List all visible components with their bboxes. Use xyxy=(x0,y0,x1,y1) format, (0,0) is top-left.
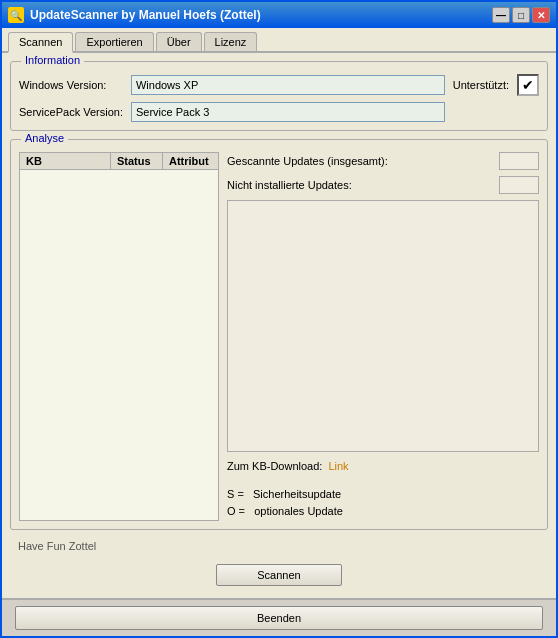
kb-table: KB Status Attribut xyxy=(19,152,219,521)
maximize-button[interactable]: □ xyxy=(512,7,530,23)
not-installed-value xyxy=(499,176,539,194)
unterstuetzt-check: ✔ xyxy=(517,74,539,96)
not-installed-row: Nicht installierte Updates: xyxy=(227,176,539,194)
kb-download-link[interactable]: Link xyxy=(328,460,348,472)
tab-lizenz[interactable]: Lizenz xyxy=(204,32,258,51)
unterstuetzt-label: Unterstützt: xyxy=(453,79,509,91)
not-installed-label: Nicht installierte Updates: xyxy=(227,179,493,191)
main-window: 🔍 UpdateScanner by Manuel Hoefs (Zottel)… xyxy=(0,0,558,638)
kb-download-row: Zum KB-Download: Link xyxy=(227,460,539,472)
window-title: UpdateScanner by Manuel Hoefs (Zottel) xyxy=(30,8,261,22)
info-grid: Windows Version: Unterstützt: ✔ ServiceP… xyxy=(19,74,539,122)
legend-s-desc: Sicherheitsupdate xyxy=(253,488,341,500)
tab-exportieren[interactable]: Exportieren xyxy=(75,32,153,51)
title-bar-buttons: — □ ✕ xyxy=(492,7,550,23)
minimize-button[interactable]: — xyxy=(492,7,510,23)
analyse-group-label: Analyse xyxy=(21,132,68,144)
col-status: Status xyxy=(111,153,163,169)
servicepack-version-input[interactable] xyxy=(131,102,445,122)
scanned-value xyxy=(499,152,539,170)
information-group: Information Windows Version: Unterstützt… xyxy=(10,61,548,131)
legend-line-o: O = optionales Update xyxy=(227,503,539,521)
tab-bar: Scannen Exportieren Über Lizenz xyxy=(2,28,556,53)
kb-table-header: KB Status Attribut xyxy=(20,153,218,170)
legend-o-desc: optionales Update xyxy=(254,505,343,517)
title-bar-left: 🔍 UpdateScanner by Manuel Hoefs (Zottel) xyxy=(8,7,261,23)
col-attribut: Attribut xyxy=(163,153,218,169)
title-bar: 🔍 UpdateScanner by Manuel Hoefs (Zottel)… xyxy=(2,2,556,28)
footer-note-text: Have Fun Zottel xyxy=(18,540,96,552)
detail-box xyxy=(227,200,539,452)
information-group-label: Information xyxy=(21,54,84,66)
analyse-group: Analyse KB Status Attribut Gescannte Upd… xyxy=(10,139,548,530)
analyse-inner: KB Status Attribut Gescannte Updates (in… xyxy=(19,152,539,521)
legend-line-s: S = Sicherheitsupdate xyxy=(227,486,539,504)
beenden-bar: Beenden xyxy=(2,598,556,636)
scanned-updates-row: Gescannte Updates (insgesamt): xyxy=(227,152,539,170)
windows-version-input[interactable] xyxy=(131,75,445,95)
footer-note: Have Fun Zottel xyxy=(10,538,548,552)
kb-download-label: Zum KB-Download: xyxy=(227,460,322,472)
servicepack-version-label: ServicePack Version: xyxy=(19,106,123,118)
legend-o-key: O = xyxy=(227,505,251,517)
main-content: Information Windows Version: Unterstützt… xyxy=(2,53,556,598)
scanned-label: Gescannte Updates (insgesamt): xyxy=(227,155,493,167)
kb-table-body xyxy=(20,170,218,520)
legend-s-key: S = xyxy=(227,488,250,500)
right-panel: Gescannte Updates (insgesamt): Nicht ins… xyxy=(227,152,539,521)
scannen-row: Scannen xyxy=(10,560,548,590)
windows-version-label: Windows Version: xyxy=(19,79,123,91)
app-icon: 🔍 xyxy=(8,7,24,23)
close-button[interactable]: ✕ xyxy=(532,7,550,23)
legend: S = Sicherheitsupdate O = optionales Upd… xyxy=(227,486,539,521)
tab-uber[interactable]: Über xyxy=(156,32,202,51)
scannen-button[interactable]: Scannen xyxy=(216,564,341,586)
tab-scannen[interactable]: Scannen xyxy=(8,32,73,53)
col-kb: KB xyxy=(20,153,111,169)
beenden-button[interactable]: Beenden xyxy=(15,606,542,630)
